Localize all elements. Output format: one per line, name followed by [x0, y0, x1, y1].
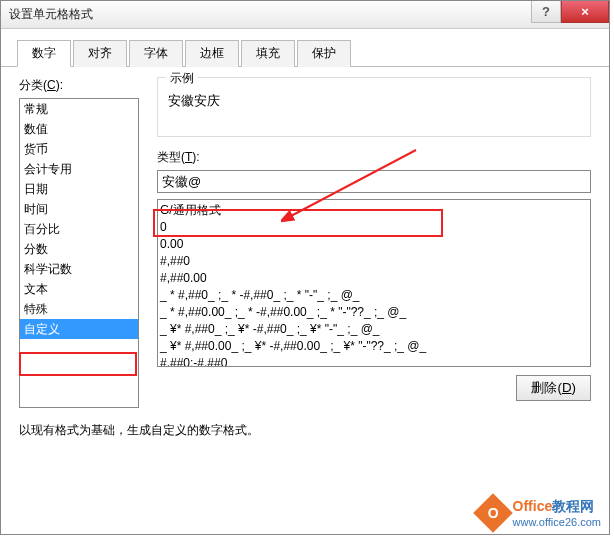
format-item[interactable]: _ ¥* #,##0.00_ ;_ ¥* -#,##0.00_ ;_ ¥* "-… [160, 338, 588, 355]
list-item[interactable]: 分数 [20, 239, 138, 259]
tab-fill[interactable]: 填充 [241, 40, 295, 67]
close-button[interactable]: × [561, 1, 609, 23]
type-input[interactable] [157, 170, 591, 193]
format-list[interactable]: G/通用格式 0 0.00 #,##0 #,##0.00 _ * #,##0_ … [157, 199, 591, 367]
help-button[interactable]: ? [531, 1, 561, 23]
list-item[interactable]: 会计专用 [20, 159, 138, 179]
format-item[interactable]: G/通用格式 [160, 202, 588, 219]
right-column: 示例 安徽安庆 类型(T): G/通用格式 0 0.00 #,##0 #,##0… [157, 77, 591, 408]
format-item[interactable]: _ ¥* #,##0_ ;_ ¥* -#,##0_ ;_ ¥* "-"_ ;_ … [160, 321, 588, 338]
type-label: 类型(T): [157, 149, 591, 166]
format-item[interactable]: #,##0 [160, 253, 588, 270]
list-item[interactable]: 科学记数 [20, 259, 138, 279]
format-item[interactable]: 0.00 [160, 236, 588, 253]
example-label: 示例 [166, 70, 198, 87]
list-item[interactable]: 文本 [20, 279, 138, 299]
hint-text: 以现有格式为基础，生成自定义的数字格式。 [19, 422, 591, 439]
format-cells-dialog: 设置单元格格式 ? × 数字 对齐 字体 边框 填充 保护 分类(C): 常规 … [0, 0, 610, 535]
watermark-icon: O [473, 493, 513, 533]
format-item[interactable]: #,##0.00 [160, 270, 588, 287]
list-item[interactable]: 时间 [20, 199, 138, 219]
window-buttons: ? × [531, 1, 609, 23]
category-listbox[interactable]: 常规 数值 货币 会计专用 日期 时间 百分比 分数 科学记数 文本 特殊 自定… [19, 98, 139, 408]
format-item[interactable]: 0 [160, 219, 588, 236]
list-item[interactable]: 百分比 [20, 219, 138, 239]
dialog-body: 分类(C): 常规 数值 货币 会计专用 日期 时间 百分比 分数 科学记数 文… [1, 67, 609, 537]
tab-font[interactable]: 字体 [129, 40, 183, 67]
list-item[interactable]: 常规 [20, 99, 138, 119]
tab-number[interactable]: 数字 [17, 40, 71, 67]
watermark-url: www.office26.com [513, 516, 601, 528]
tabs-bar: 数字 对齐 字体 边框 填充 保护 [1, 29, 609, 67]
example-value: 安徽安庆 [168, 93, 220, 108]
tab-protection[interactable]: 保护 [297, 40, 351, 67]
category-column: 分类(C): 常规 数值 货币 会计专用 日期 时间 百分比 分数 科学记数 文… [19, 77, 139, 408]
format-item[interactable]: #,##0;-#,##0 [160, 355, 588, 367]
list-item[interactable]: 数值 [20, 119, 138, 139]
tab-alignment[interactable]: 对齐 [73, 40, 127, 67]
watermark-brand: Office教程网 [513, 498, 601, 516]
dialog-title: 设置单元格格式 [9, 6, 93, 23]
category-label: 分类(C): [19, 77, 139, 94]
list-item-custom[interactable]: 自定义 [20, 319, 138, 339]
format-item[interactable]: _ * #,##0.00_ ;_ * -#,##0.00_ ;_ * "-"??… [160, 304, 588, 321]
tab-border[interactable]: 边框 [185, 40, 239, 67]
format-item[interactable]: _ * #,##0_ ;_ * -#,##0_ ;_ * "-"_ ;_ @_ [160, 287, 588, 304]
list-item[interactable]: 货币 [20, 139, 138, 159]
example-groupbox: 示例 安徽安庆 [157, 77, 591, 137]
list-item[interactable]: 日期 [20, 179, 138, 199]
delete-row: 删除(D) [157, 375, 591, 401]
delete-button[interactable]: 删除(D) [516, 375, 591, 401]
watermark: O Office教程网 www.office26.com [479, 498, 601, 528]
list-item[interactable]: 特殊 [20, 299, 138, 319]
titlebar: 设置单元格格式 ? × [1, 1, 609, 29]
